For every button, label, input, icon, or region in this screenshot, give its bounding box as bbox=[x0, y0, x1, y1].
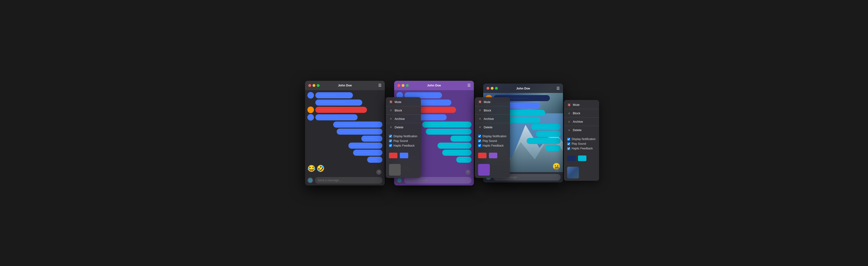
separator bbox=[564, 117, 599, 118]
minimize-button-purple[interactable] bbox=[402, 84, 404, 87]
play-sound-checkbox-purple[interactable] bbox=[478, 139, 481, 142]
haptic-feedback-checkbox[interactable] bbox=[389, 144, 392, 147]
menu-icon-purple[interactable]: ☰ bbox=[467, 83, 471, 88]
play-sound-checkbox-photo[interactable] bbox=[567, 142, 570, 145]
play-sound-label-photo: Play Sound bbox=[571, 142, 586, 145]
block-menu-item-purple[interactable]: ≡ Block bbox=[475, 107, 510, 114]
delete-label-photo: Delete bbox=[573, 128, 582, 132]
titlebar-dark: John Doe ☰ bbox=[305, 81, 385, 90]
haptic-feedback-label-photo: Haptic Feedback bbox=[571, 147, 593, 150]
traffic-lights-dark bbox=[308, 84, 319, 87]
block-label-purple: Block bbox=[484, 109, 491, 112]
mute-menu-item[interactable]: 🔇 Mute bbox=[386, 99, 421, 105]
swatch-cyan-photo[interactable] bbox=[578, 156, 586, 161]
message-bubble bbox=[422, 122, 471, 128]
block-menu-item[interactable]: ≡ Block bbox=[386, 107, 421, 114]
thumbnail-dark[interactable] bbox=[389, 164, 401, 176]
display-notification-row[interactable]: Display Notification bbox=[389, 134, 417, 139]
thumbnail-area-photo bbox=[564, 164, 599, 179]
haptic-feedback-checkbox-photo[interactable] bbox=[567, 147, 570, 150]
message-bubble bbox=[315, 92, 353, 98]
list-item bbox=[307, 92, 382, 99]
block-menu-item-photo[interactable]: ≡ Block bbox=[564, 110, 599, 117]
haptic-feedback-row-purple[interactable]: Haptic Feedback bbox=[478, 143, 507, 148]
thumbnail-photo[interactable] bbox=[567, 167, 579, 178]
separator bbox=[386, 114, 421, 115]
titlebar-purple: John Doe ☰ bbox=[394, 81, 474, 90]
bottom-bar-dark: 🌐 bbox=[305, 175, 385, 186]
block-icon: ≡ bbox=[389, 109, 393, 112]
message-bubble bbox=[315, 114, 358, 120]
play-sound-row[interactable]: Play Sound bbox=[389, 139, 417, 143]
display-notification-row-photo[interactable]: Display Notification bbox=[567, 137, 596, 141]
maximize-button-dark[interactable] bbox=[317, 84, 319, 87]
delete-menu-item-photo[interactable]: ≡ Delete bbox=[564, 127, 599, 133]
message-bubble bbox=[315, 107, 367, 113]
help-button-purple[interactable]: ? bbox=[465, 169, 471, 175]
message-bubble bbox=[333, 122, 382, 128]
swatch-blue[interactable] bbox=[400, 153, 408, 158]
help-button-dark[interactable]: ? bbox=[376, 169, 381, 175]
swatch-purple-purple[interactable] bbox=[489, 153, 497, 158]
delete-menu-item-purple[interactable]: ≡ Delete bbox=[475, 124, 510, 131]
avatar bbox=[307, 114, 314, 121]
color-swatches-dark bbox=[386, 149, 421, 162]
delete-menu-item[interactable]: ≡ Delete bbox=[386, 124, 421, 131]
delete-icon-purple: ≡ bbox=[478, 126, 482, 129]
display-notification-label: Display Notification bbox=[394, 135, 417, 138]
delete-icon: ≡ bbox=[389, 126, 393, 129]
maximize-button-photo[interactable] bbox=[495, 87, 498, 90]
play-sound-label-purple: Play Sound bbox=[483, 139, 497, 143]
close-button-photo[interactable] bbox=[487, 87, 489, 90]
thumbnail-purple[interactable] bbox=[478, 164, 490, 176]
mute-icon: 🔇 bbox=[389, 100, 393, 103]
archive-menu-item-photo[interactable]: ≡ Archive bbox=[564, 118, 599, 125]
context-menu-dark: 🔇 Mute ≡ Block ≡ Archive ≡ Delete Displa… bbox=[386, 97, 421, 178]
message-input-dark[interactable] bbox=[315, 177, 382, 184]
message-bubble bbox=[531, 124, 561, 130]
message-bubble bbox=[348, 143, 382, 149]
minimize-button-photo[interactable] bbox=[491, 87, 494, 90]
archive-icon: ≡ bbox=[389, 117, 393, 120]
swatch-darkblue-photo[interactable] bbox=[567, 156, 576, 161]
archive-menu-item-purple[interactable]: ≡ Archive bbox=[475, 115, 510, 122]
play-sound-row-purple[interactable]: Play Sound bbox=[478, 139, 507, 143]
separator bbox=[475, 114, 510, 115]
minimize-button-dark[interactable] bbox=[313, 84, 315, 87]
mute-menu-item-photo[interactable]: 🔇 Mute bbox=[564, 101, 599, 108]
haptic-feedback-row-photo[interactable]: Haptic Feedback bbox=[567, 146, 596, 151]
titlebar-photo: John Doe ☰ bbox=[483, 84, 563, 93]
close-button-purple[interactable] bbox=[397, 84, 400, 87]
swatch-red-purple[interactable] bbox=[478, 153, 487, 158]
help-button-photo[interactable]: ? bbox=[555, 166, 560, 172]
display-notification-row-purple[interactable]: Display Notification bbox=[478, 134, 507, 139]
display-notification-checkbox-purple[interactable] bbox=[478, 135, 481, 138]
emoji-rofl: 🤣 bbox=[316, 165, 325, 172]
menu-icon-photo[interactable]: ☰ bbox=[556, 86, 560, 91]
separator bbox=[475, 106, 510, 106]
display-notification-label-purple: Display Notification bbox=[483, 135, 506, 138]
archive-menu-item[interactable]: ≡ Archive bbox=[386, 115, 421, 122]
separator bbox=[386, 106, 421, 106]
message-bubble bbox=[426, 129, 471, 135]
mute-icon-photo: 🔇 bbox=[567, 103, 571, 106]
separator bbox=[564, 126, 599, 126]
play-sound-row-photo[interactable]: Play Sound bbox=[567, 141, 596, 146]
display-notification-checkbox[interactable] bbox=[389, 135, 392, 138]
traffic-lights-photo bbox=[487, 87, 498, 90]
delete-icon-photo: ≡ bbox=[567, 129, 571, 132]
avatar bbox=[307, 106, 314, 113]
window-title-purple: John Doe bbox=[427, 84, 441, 87]
haptic-feedback-checkbox-purple[interactable] bbox=[478, 144, 481, 147]
message-input-purple[interactable] bbox=[404, 177, 471, 184]
menu-icon-dark[interactable]: ☰ bbox=[378, 83, 381, 88]
maximize-button-purple[interactable] bbox=[406, 84, 409, 87]
separator bbox=[564, 109, 599, 109]
message-bubble bbox=[315, 100, 362, 106]
display-notification-checkbox-photo[interactable] bbox=[567, 138, 570, 141]
play-sound-checkbox[interactable] bbox=[389, 139, 392, 142]
swatch-red[interactable] bbox=[389, 153, 397, 158]
haptic-feedback-row[interactable]: Haptic Feedback bbox=[389, 143, 417, 148]
close-button-dark[interactable] bbox=[308, 84, 311, 87]
mute-menu-item-purple[interactable]: 🔇 Mute bbox=[475, 99, 510, 105]
